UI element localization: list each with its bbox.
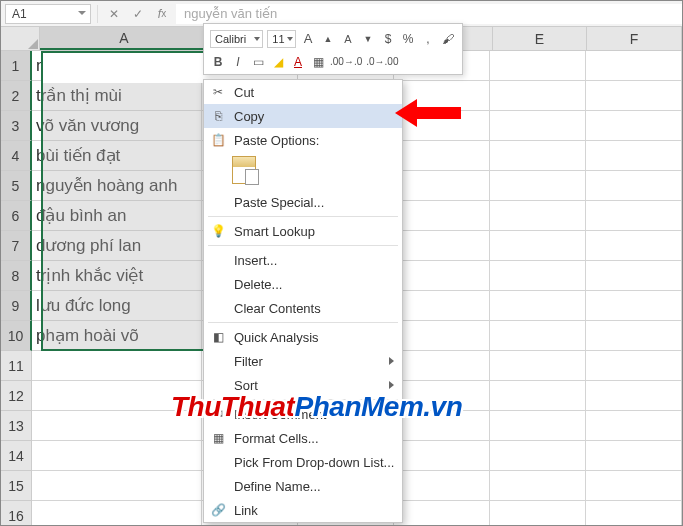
- cell[interactable]: [586, 441, 682, 471]
- cell[interactable]: bùi tiến đạt: [32, 141, 202, 171]
- row-header[interactable]: 15: [1, 471, 32, 501]
- row-header[interactable]: 14: [1, 441, 32, 471]
- menu-define-name[interactable]: Define Name...: [204, 474, 402, 498]
- cell[interactable]: [394, 231, 490, 261]
- row-header[interactable]: 11: [1, 351, 32, 381]
- cell[interactable]: [490, 471, 586, 501]
- menu-filter[interactable]: Filter: [204, 349, 402, 373]
- select-all-corner[interactable]: [1, 27, 40, 50]
- cell[interactable]: [490, 291, 586, 321]
- increase-decimal-icon[interactable]: .0→.00: [366, 56, 398, 67]
- cell[interactable]: [490, 411, 586, 441]
- cell[interactable]: [586, 171, 682, 201]
- cell[interactable]: [490, 111, 586, 141]
- cell[interactable]: [586, 471, 682, 501]
- column-header-a[interactable]: A: [40, 27, 208, 50]
- decrease-font-icon[interactable]: A: [340, 33, 356, 45]
- currency-icon[interactable]: $: [380, 32, 396, 46]
- formula-input[interactable]: nguyễn văn tiến: [176, 4, 682, 24]
- row-header[interactable]: 9: [1, 291, 32, 321]
- bold-button[interactable]: B: [210, 55, 226, 69]
- menu-clear-contents[interactable]: Clear Contents: [204, 296, 402, 320]
- cell[interactable]: trịnh khắc việt: [32, 261, 202, 291]
- name-box[interactable]: A1: [5, 4, 91, 24]
- cell[interactable]: [586, 51, 682, 81]
- column-header-f[interactable]: F: [587, 27, 682, 50]
- cell[interactable]: [490, 201, 586, 231]
- cell[interactable]: [586, 111, 682, 141]
- cell[interactable]: [32, 441, 202, 471]
- merge-icon[interactable]: ▦: [310, 55, 326, 69]
- cell[interactable]: [586, 141, 682, 171]
- cell[interactable]: [394, 171, 490, 201]
- cell[interactable]: [490, 51, 586, 81]
- cell[interactable]: võ văn vương: [32, 111, 202, 141]
- row-header[interactable]: 13: [1, 411, 32, 441]
- menu-copy[interactable]: ⎘ Copy: [204, 104, 402, 128]
- comma-icon[interactable]: ,: [420, 32, 436, 46]
- cell[interactable]: [490, 501, 586, 526]
- cell[interactable]: [586, 201, 682, 231]
- menu-smart-lookup[interactable]: 💡 Smart Lookup: [204, 219, 402, 243]
- cell[interactable]: [32, 351, 202, 381]
- fill-color-icon[interactable]: ◢: [270, 55, 286, 69]
- cell[interactable]: [586, 261, 682, 291]
- cell[interactable]: [394, 291, 490, 321]
- cell[interactable]: [394, 141, 490, 171]
- row-header[interactable]: 5: [1, 171, 32, 201]
- cell[interactable]: [394, 471, 490, 501]
- cell[interactable]: [586, 81, 682, 111]
- row-header[interactable]: 16: [1, 501, 32, 526]
- menu-pick-from-list[interactable]: Pick From Drop-down List...: [204, 450, 402, 474]
- cell[interactable]: [490, 231, 586, 261]
- cell[interactable]: [586, 291, 682, 321]
- cell[interactable]: [586, 501, 682, 526]
- cell[interactable]: [490, 381, 586, 411]
- row-header[interactable]: 10: [1, 321, 32, 351]
- font-color-icon[interactable]: A: [290, 55, 306, 69]
- cell[interactable]: dương phí lan: [32, 231, 202, 261]
- font-name-dropdown[interactable]: Calibri: [210, 30, 263, 48]
- font-size-dropdown[interactable]: 11: [267, 30, 296, 48]
- paste-default-icon[interactable]: [232, 156, 256, 184]
- row-header[interactable]: 7: [1, 231, 32, 261]
- menu-delete[interactable]: Delete...: [204, 272, 402, 296]
- cell[interactable]: [490, 321, 586, 351]
- cell[interactable]: phạm hoài võ: [32, 321, 202, 351]
- menu-link[interactable]: 🔗 Link: [204, 498, 402, 522]
- decrease-decimal-icon[interactable]: .00→.0: [330, 56, 362, 67]
- cell[interactable]: nguyễn văn tiến: [32, 51, 202, 81]
- menu-cut[interactable]: ✂ Cut: [204, 80, 402, 104]
- cell[interactable]: [490, 81, 586, 111]
- menu-format-cells[interactable]: ▦ Format Cells...: [204, 426, 402, 450]
- cell[interactable]: [32, 501, 202, 526]
- italic-button[interactable]: I: [230, 55, 246, 69]
- row-header[interactable]: 12: [1, 381, 32, 411]
- cell[interactable]: trần thị mùi: [32, 81, 202, 111]
- cell[interactable]: [586, 411, 682, 441]
- menu-paste-special[interactable]: Paste Special...: [204, 190, 402, 214]
- cell[interactable]: [394, 201, 490, 231]
- row-header[interactable]: 3: [1, 111, 32, 141]
- cell[interactable]: [490, 261, 586, 291]
- cell[interactable]: [586, 381, 682, 411]
- chevron-down-icon[interactable]: [78, 11, 86, 15]
- row-header[interactable]: 8: [1, 261, 32, 291]
- menu-quick-analysis[interactable]: ◧ Quick Analysis: [204, 325, 402, 349]
- cell[interactable]: [490, 441, 586, 471]
- row-header[interactable]: 1: [1, 51, 32, 81]
- format-painter-icon[interactable]: 🖌: [440, 32, 456, 46]
- menu-insert[interactable]: Insert...: [204, 248, 402, 272]
- percent-icon[interactable]: %: [400, 32, 416, 46]
- cell[interactable]: [394, 441, 490, 471]
- row-header[interactable]: 6: [1, 201, 32, 231]
- cell[interactable]: nguyễn hoàng anh: [32, 171, 202, 201]
- cell[interactable]: [32, 471, 202, 501]
- cell[interactable]: [394, 351, 490, 381]
- column-header-e[interactable]: E: [493, 27, 588, 50]
- border-icon[interactable]: ▭: [250, 55, 266, 69]
- cell[interactable]: [394, 501, 490, 526]
- fx-icon[interactable]: fx: [152, 4, 172, 24]
- cell[interactable]: [586, 231, 682, 261]
- cell[interactable]: đậu bình an: [32, 201, 202, 231]
